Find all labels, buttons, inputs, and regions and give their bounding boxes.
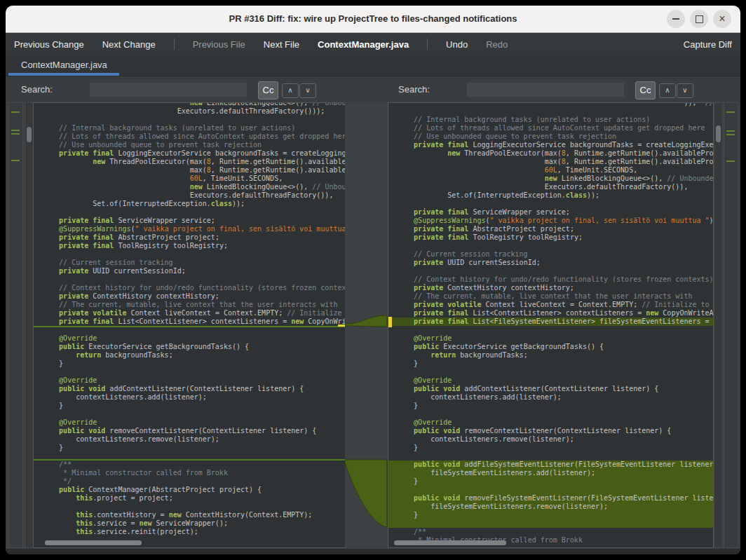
- vertical-scrollbar-right[interactable]: [714, 102, 723, 548]
- code-left: new LinkedBlockingQueue<>(), // Unbounde…: [34, 102, 346, 536]
- toolbar-undo[interactable]: Undo: [446, 39, 468, 50]
- search-label: Search:: [21, 84, 53, 95]
- code-line: @Override: [388, 376, 714, 385]
- code-line: @Override: [34, 376, 346, 385]
- code-line: [34, 410, 346, 418]
- code-line: // Internal background tasks (unrelated …: [388, 116, 714, 124]
- code-line: // Lots of threads allowed since AutoCon…: [388, 124, 714, 132]
- chevron-down-icon[interactable]: ∨: [299, 83, 316, 98]
- toolbar-contextmanager-java[interactable]: ContextManager.java: [318, 39, 409, 50]
- code-line: fileSystemEventListeners.remove(listener…: [388, 503, 714, 511]
- code-line: [34, 368, 346, 376]
- chevron-up-icon[interactable]: ∧: [659, 83, 676, 98]
- code-line: }: [388, 477, 714, 486]
- app-window: PR #316 Diff: fix: wire up ProjectTree t…: [6, 6, 740, 554]
- code-line: private final List<ContextListener> cont…: [34, 317, 346, 326]
- tab-contextmanager[interactable]: ContextManager.java: [21, 60, 107, 70]
- code-line: */: [34, 477, 346, 486]
- code-line: [388, 326, 714, 334]
- code-line: // Current session tracking: [34, 259, 346, 267]
- change-anchor-left: [338, 325, 345, 327]
- code-line: private final List<ContextListener> cont…: [388, 309, 714, 317]
- code-line: [388, 267, 714, 275]
- code-line: // The current, mutable, live context th…: [34, 301, 346, 309]
- code-line: [388, 200, 714, 208]
- code-line: private final ToolRegistry toolRegistry;: [34, 242, 346, 250]
- code-line: [34, 452, 346, 460]
- overview-ruler-right[interactable]: [724, 102, 738, 548]
- code-line: fileSystemEventListeners.add(listener);: [388, 469, 714, 477]
- horizontal-scrollbar-right[interactable]: [394, 540, 506, 545]
- code-line: // Internal background tasks (unrelated …: [34, 124, 346, 132]
- titlebar[interactable]: PR #316 Diff: fix: wire up ProjectTree t…: [6, 6, 740, 33]
- code-line: [388, 107, 714, 116]
- code-line: Executors.defaultThreadFactory()),: [388, 183, 714, 191]
- code-line: private final ToolRegistry toolRegistry;: [388, 233, 714, 242]
- maximize-button[interactable]: [690, 10, 708, 28]
- search-input-right[interactable]: [466, 82, 625, 97]
- code-line: }: [388, 402, 714, 410]
- change-tick: [726, 111, 735, 113]
- code-line: public ExecutorService getBackgroundTask…: [34, 343, 346, 351]
- code-line: private final AbstractProject project;: [388, 225, 714, 233]
- code-line: [34, 326, 346, 334]
- maximize-icon: [696, 15, 703, 23]
- code-line: @Override: [34, 418, 346, 427]
- match-case-button-right[interactable]: Cc: [635, 81, 656, 100]
- code-line: new ThreadPoolExecutor(max(8, Runtime.ge…: [388, 149, 714, 158]
- change-tick: [11, 160, 20, 161]
- code-line: new LinkedBlockingQueue<>(), // Unbounde…: [34, 183, 346, 191]
- code-line: public ContextManager(AbstractProject pr…: [34, 486, 346, 494]
- code-line: new LinkedBlockingQueue<>(), // Unbounde…: [388, 175, 714, 183]
- overview-ruler-left[interactable]: [8, 102, 23, 548]
- code-line: new LinkedBlockingQueue<>(), // Unbounde…: [34, 102, 346, 107]
- code-pane-left[interactable]: new LinkedBlockingQueue<>(), // Unbounde…: [33, 102, 346, 548]
- tab-bar: ContextManager.java: [6, 55, 740, 76]
- close-icon: ×: [719, 13, 725, 25]
- change-tick: [726, 161, 735, 162]
- minimize-button[interactable]: [667, 10, 685, 28]
- scrollbar-handle[interactable]: [27, 127, 32, 142]
- code-line: 60L, TimeUnit.SECONDS,: [34, 175, 346, 183]
- code-line: // Context history for undo/redo functio…: [388, 275, 714, 284]
- code-line: private final ServiceWrapper service;: [34, 217, 346, 225]
- toolbar-separator: [174, 39, 175, 50]
- code-line: [34, 275, 346, 284]
- current-change-marker: [388, 317, 392, 327]
- code-pane-right[interactable]: )); // // Internal background tasks (unr…: [388, 102, 714, 548]
- code-line: Executors.defaultThreadFactory()));: [34, 107, 346, 116]
- code-line: private final LoggingExecutorService bac…: [388, 141, 714, 149]
- code-line: private final LoggingExecutorService bac…: [34, 149, 346, 158]
- code-line: this.project = project;: [34, 494, 346, 503]
- diff-connectors: [345, 102, 388, 547]
- code-line: [34, 503, 346, 511]
- code-line: [388, 242, 714, 250]
- search-input-left[interactable]: [89, 82, 247, 97]
- match-case-button-left[interactable]: Cc: [258, 81, 278, 100]
- chevron-up-icon[interactable]: ∧: [282, 83, 299, 98]
- window-controls: ×: [667, 10, 731, 28]
- connector-added-line: [345, 315, 387, 327]
- code-line: max(8, Runtime.getRuntime().availablePro…: [388, 158, 714, 166]
- toolbar-next-file[interactable]: Next File: [264, 39, 299, 50]
- code-line: public void addContextListener(ContextLi…: [34, 385, 346, 393]
- code-line: @SuppressWarnings(" vaikka project on fi…: [34, 225, 346, 233]
- capture-diff-button[interactable]: Capture Diff: [684, 39, 732, 50]
- window-title: PR #316 Diff: fix: wire up ProjectTree t…: [6, 6, 740, 32]
- active-tab-indicator: [8, 73, 119, 76]
- code-line: contextListeners.remove(listener);: [388, 435, 714, 444]
- change-tick: [11, 133, 20, 135]
- toolbar-next-change[interactable]: Next Change: [102, 39, 156, 50]
- close-button[interactable]: ×: [713, 10, 731, 28]
- code-line: private UUID currentSessionId;: [34, 267, 346, 275]
- code-line: return backgroundTasks;: [388, 351, 714, 360]
- code-line: private final AbstractProject project;: [34, 233, 346, 242]
- toolbar-previous-change[interactable]: Previous Change: [14, 39, 84, 50]
- scrollbar-handle[interactable]: [716, 125, 721, 142]
- code-line: [34, 208, 346, 217]
- diff-gutter: [345, 102, 388, 547]
- code-line: public void removeContextListener(Contex…: [34, 427, 346, 435]
- chevron-down-icon[interactable]: ∨: [677, 83, 693, 98]
- code-line: // Current session tracking: [388, 250, 714, 259]
- horizontal-scrollbar-left[interactable]: [45, 540, 142, 545]
